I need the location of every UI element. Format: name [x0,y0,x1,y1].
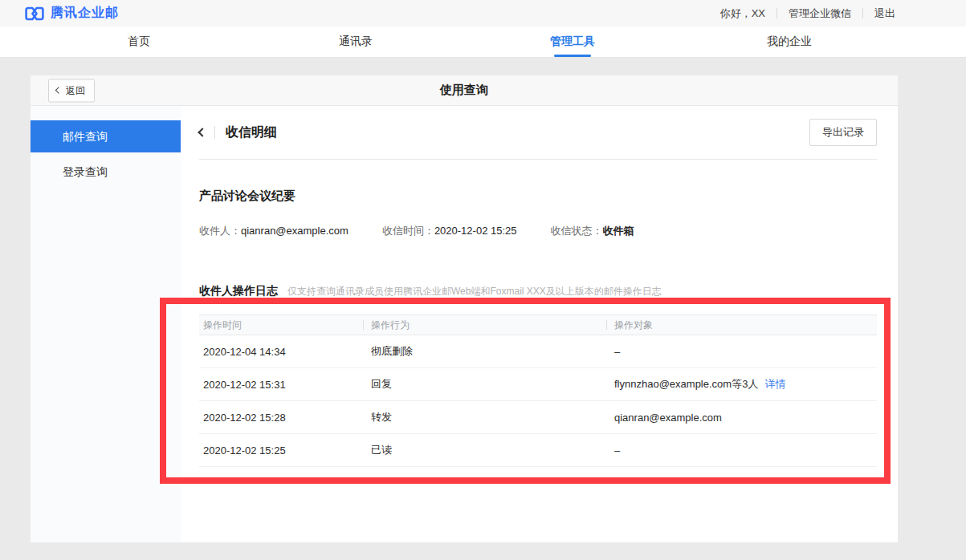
cell-target: – [614,346,620,358]
topbar: 腾讯企业邮 你好，XX 管理企业微信 退出 [0,0,966,26]
recipient-label: 收件人： [199,225,241,237]
cell-action: 转发 [363,410,606,424]
tab-contacts[interactable]: 通讯录 [247,26,464,57]
sidebar-item-mail-query[interactable]: 邮件查询 [31,120,181,152]
content-title: 收信明细 [226,124,277,141]
operation-log-title: 收件人操作日志 [199,284,278,298]
col-header-action: 操作行为 [363,319,606,332]
page-title: 使用查询 [440,83,488,98]
active-tab-underline [554,55,591,57]
cell-action: 彻底删除 [363,344,606,359]
table-header-row: 操作时间 操作行为 操作对象 [199,314,877,335]
table-row: 2020-12-02 15:28 转发 qianran@example.com [199,401,877,434]
operation-log-table: 操作时间 操作行为 操作对象 2020-12-04 14:34 彻底删除 – 2… [199,314,877,467]
tab-my-company[interactable]: 我的企业 [681,26,898,57]
receive-status-value: 收件箱 [603,225,634,237]
manage-wecom-link[interactable]: 管理企业微信 [789,6,851,21]
user-greeting[interactable]: 你好，XX [720,6,765,21]
cell-action: 已读 [363,443,606,457]
tab-home[interactable]: 首页 [31,26,247,57]
cell-action: 回复 [363,377,606,392]
cell-time: 2020-12-02 15:31 [199,379,363,391]
receive-status-label: 收信状态： [551,225,603,237]
receive-time-value: 2020-12-02 15:25 [434,225,517,237]
main-nav: 首页 通讯录 管理工具 我的企业 [0,26,966,58]
col-header-target: 操作对象 [606,319,877,332]
tab-admin-tools[interactable]: 管理工具 [464,26,681,57]
usage-query-panel: 返回 使用查询 邮件查询 登录查询 收信明细 导出记录 产品讨论会议纪要 [31,75,898,542]
cell-target: – [614,444,620,457]
details-link[interactable]: 详情 [764,378,785,390]
cell-time: 2020-12-02 15:25 [199,444,363,457]
cell-time: 2020-12-04 14:34 [199,346,363,358]
page-header: 返回 使用查询 [31,75,898,106]
divider [776,8,777,18]
export-records-button[interactable]: 导出记录 [809,119,877,146]
divider [214,126,215,139]
exmail-logo-icon [24,6,45,22]
sidebar-item-login-query[interactable]: 登录查询 [31,156,181,188]
chevron-left-icon[interactable] [198,128,206,136]
logo-text: 腾讯企业邮 [51,5,119,22]
receive-time-label: 收信时间： [382,225,434,237]
table-row: 2020-12-02 15:25 已读 – [199,434,877,467]
cell-target: qianran@example.com [614,412,722,424]
app-logo[interactable]: 腾讯企业邮 [0,5,119,22]
mail-details: 收件人：qianran@example.com 收信时间：2020-12-02 … [199,224,877,238]
content-header: 收信明细 导出记录 [199,106,877,160]
mail-subject: 产品讨论会议纪要 [199,189,877,204]
col-header-time: 操作时间 [199,319,363,332]
back-button[interactable]: 返回 [48,79,95,102]
operation-log-header: 收件人操作日志 仅支持查询通讯录成员使用腾讯企业邮Web端和Foxmail XX… [199,284,877,298]
content-area: 收信明细 导出记录 产品讨论会议纪要 收件人：qianran@example.c… [181,106,898,542]
cell-target: flynnzhao@example.com等3人 [614,378,758,390]
operation-log-note: 仅支持查询通讯录成员使用腾讯企业邮Web端和Foxmail XXX及以上版本的邮… [287,285,662,298]
sidebar: 邮件查询 登录查询 [31,106,181,542]
chevron-left-icon [55,87,62,93]
table-row: 2020-12-02 15:31 回复 flynnzhao@example.co… [199,368,877,401]
recipient-value: qianran@example.com [241,225,348,237]
cell-time: 2020-12-02 15:28 [199,412,363,424]
table-row: 2020-12-04 14:34 彻底删除 – [199,335,877,368]
logout-link[interactable]: 退出 [874,6,895,21]
divider [862,8,863,18]
